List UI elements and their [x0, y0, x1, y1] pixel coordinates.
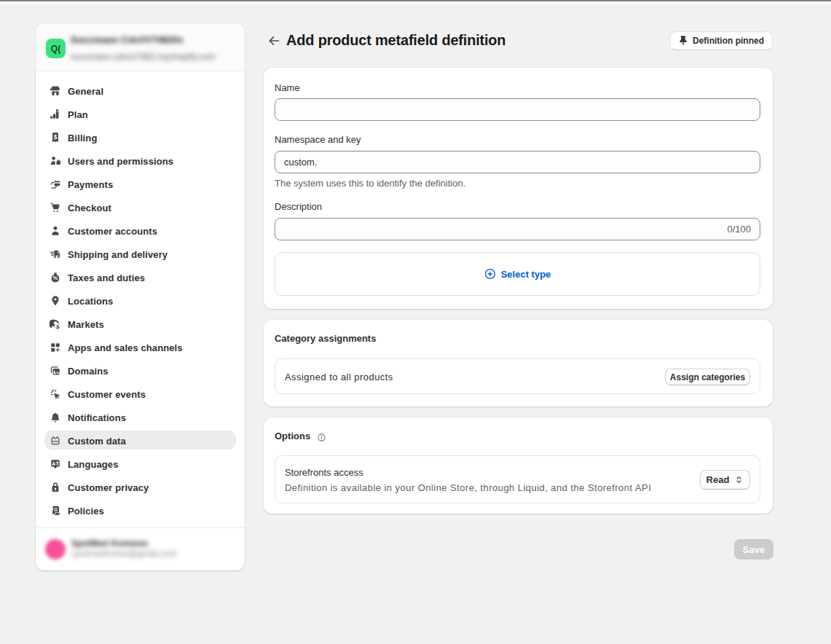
svg-text:%: %: [53, 275, 58, 281]
svg-text:$: $: [56, 323, 60, 330]
svg-text:$: $: [54, 133, 58, 141]
svg-text:A: A: [52, 461, 55, 466]
